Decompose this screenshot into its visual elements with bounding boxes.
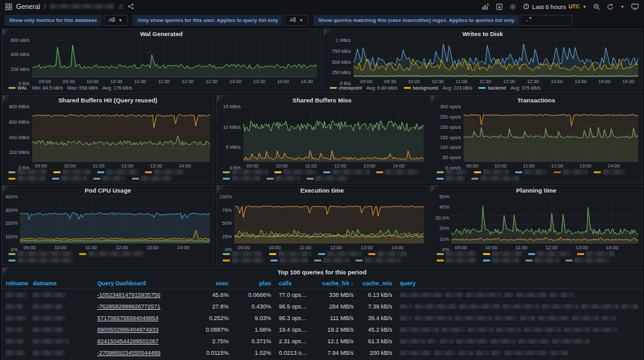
panel-info-icon[interactable]: i <box>430 185 439 194</box>
planning-time-chart[interactable] <box>451 195 638 244</box>
legend-entry[interactable] <box>577 251 614 256</box>
panel-title[interactable]: Shared Buffers Hit (Query reused) <box>2 95 214 105</box>
legend-entry[interactable]: backgroundAvg: 223 kB/s <box>404 85 472 91</box>
legend-entry[interactable] <box>8 169 47 175</box>
column-header-datname[interactable]: datname <box>29 280 93 287</box>
panel-info-icon[interactable]: i <box>216 185 225 194</box>
column-header-cache-mis[interactable]: cache_mis <box>357 280 396 287</box>
query-dashboard-link[interactable]: -1052348147915935756 <box>97 292 160 298</box>
legend-entry[interactable] <box>8 251 73 256</box>
legend-entry[interactable] <box>223 176 260 181</box>
regex-filter-input[interactable] <box>521 15 573 26</box>
panel-title[interactable]: Top 100 queries for this period <box>2 267 642 278</box>
shared-buffers-hit-chart[interactable] <box>32 105 210 162</box>
panel-info-icon[interactable]: i <box>2 29 10 37</box>
legend-entry[interactable] <box>437 169 468 175</box>
column-header-rolname[interactable]: rolname <box>2 280 29 287</box>
legend-entry[interactable] <box>79 251 144 256</box>
apps-grid-icon[interactable] <box>5 3 12 10</box>
tx-legend <box>430 169 642 183</box>
transactions-chart[interactable] <box>464 105 638 162</box>
panel-title[interactable]: Writes to Disk <box>323 29 642 39</box>
wal-generated-chart[interactable] <box>32 39 317 78</box>
legend-entry[interactable] <box>53 169 91 175</box>
legend-entry[interactable] <box>307 176 348 181</box>
panel-info-icon[interactable]: i <box>430 95 439 104</box>
legend-entry[interactable] <box>554 169 587 175</box>
column-header-cache-hit[interactable]: cache_hit ↓ <box>312 280 357 287</box>
legend-entry[interactable] <box>223 258 264 263</box>
query-dashboard-link[interactable]: 8900502986404974933 <box>97 327 158 333</box>
panel-info-icon[interactable]: i <box>216 95 225 104</box>
legend-entry[interactable] <box>274 169 317 175</box>
column-header-plan[interactable]: plan <box>232 280 275 287</box>
legend-entry[interactable] <box>565 258 609 263</box>
user-filter-dropdown[interactable]: All ▼ <box>285 15 308 26</box>
legend-entry[interactable] <box>437 258 477 263</box>
legend-entry[interactable] <box>483 258 519 263</box>
panel-info-icon[interactable]: i <box>2 185 10 194</box>
legend-entry[interactable] <box>474 169 509 175</box>
legend-entry[interactable] <box>314 258 349 263</box>
legend-entry[interactable] <box>437 176 465 181</box>
legend-entry[interactable] <box>355 258 401 263</box>
panel-title[interactable]: Execution time <box>216 185 428 195</box>
shared-buffers-miss-chart[interactable] <box>243 105 424 162</box>
legend-entry[interactable] <box>515 169 547 175</box>
legend-entry[interactable] <box>323 169 370 175</box>
panel-info-icon[interactable]: i <box>323 29 332 37</box>
legend-entry[interactable] <box>594 169 625 175</box>
column-header-query[interactable]: query <box>396 280 642 287</box>
legend-entry[interactable] <box>471 176 519 181</box>
panel-info-icon[interactable]: i <box>2 95 10 104</box>
gear-icon[interactable] <box>509 3 516 10</box>
legend-entry[interactable] <box>52 176 87 181</box>
share-icon[interactable] <box>128 3 134 10</box>
legend-entry[interactable] <box>270 258 308 263</box>
writes-to-disk-chart[interactable] <box>354 39 638 78</box>
legend-entry[interactable] <box>145 169 184 175</box>
panel-title[interactable]: Planning time <box>430 185 642 195</box>
panel-title[interactable]: Shared Buffers Miss <box>216 95 428 105</box>
db-filter-dropdown[interactable]: All ▼ <box>104 15 128 26</box>
x-axis-tick-label: 14:30 <box>622 79 634 84</box>
query-dashboard-link[interactable]: -7628582899926772571 <box>97 303 160 310</box>
query-dashboard-link[interactable]: 5717065756594049854 <box>97 315 158 321</box>
panel-title[interactable]: Pod CPU Usage <box>2 185 214 195</box>
column-header-exec[interactable]: exec <box>191 280 232 287</box>
redacted-legend-label <box>141 176 172 181</box>
legend-entry[interactable] <box>368 251 407 256</box>
column-header-query-dashboard[interactable]: Query Dashboard <box>93 280 191 287</box>
legend-entry[interactable] <box>132 176 172 181</box>
legend-entry[interactable] <box>526 258 559 263</box>
column-header-calls[interactable]: calls <box>275 280 312 287</box>
panel-title[interactable]: Transactions <box>430 95 642 105</box>
legend-entry[interactable] <box>8 176 46 181</box>
query-dashboard-link[interactable]: 8241504544289502267 <box>97 338 158 345</box>
legend-entry[interactable] <box>267 176 300 181</box>
execution-time-chart[interactable] <box>234 195 424 244</box>
breadcrumb-section[interactable]: General <box>16 3 40 10</box>
zoom-out-icon[interactable] <box>593 3 600 10</box>
kiosk-monitor-icon[interactable] <box>631 3 639 10</box>
legend-entry[interactable] <box>528 251 571 256</box>
dashboard-title-redacted[interactable] <box>50 4 114 9</box>
legend-entry[interactable] <box>376 169 419 175</box>
panel-title[interactable]: Wal Generated <box>2 29 321 39</box>
legend-entry[interactable] <box>97 169 138 175</box>
legend-entry[interactable] <box>483 251 522 256</box>
analytics-icon[interactable] <box>482 3 489 10</box>
legend-entry[interactable]: backendAvg: 375 kB/s <box>478 85 540 91</box>
legend-entry[interactable] <box>318 251 362 256</box>
pod-cpu-usage-chart[interactable] <box>20 195 209 244</box>
star-icon[interactable]: ☆ <box>118 3 124 10</box>
export-icon[interactable] <box>496 3 503 10</box>
refresh-interval-caret[interactable]: ▼ <box>620 5 625 9</box>
legend-entry[interactable] <box>269 251 312 256</box>
time-range-picker[interactable]: Last 6 hours UTC ▼ <box>523 3 587 10</box>
query-dashboard-link[interactable]: -2709859234550544489 <box>97 350 160 356</box>
refresh-icon[interactable] <box>607 3 614 10</box>
legend-entry[interactable] <box>8 258 73 263</box>
legend-entry[interactable] <box>93 176 126 181</box>
panel-info-icon[interactable]: i <box>2 267 10 276</box>
